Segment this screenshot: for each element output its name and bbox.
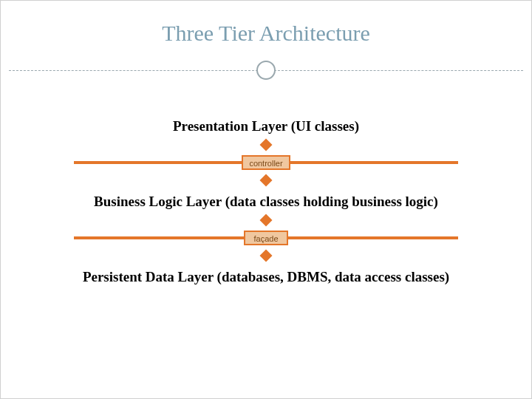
controller-box: controller (242, 155, 290, 170)
separator-controller: controller (74, 139, 458, 186)
title-divider (0, 59, 532, 81)
business-layer-label: Business Logic Layer (data classes holdi… (30, 194, 502, 210)
diagram-content: Presentation Layer (UI classes) controll… (0, 81, 532, 285)
separator-facade: façade (74, 214, 458, 262)
facade-box: façade (244, 231, 288, 245)
diamond-up-icon (260, 214, 273, 227)
diamond-down-icon (260, 174, 273, 187)
diamond-up-icon (260, 139, 273, 151)
divider-circle-icon (256, 61, 276, 80)
slide-container: Three Tier Architecture Presentation Lay… (0, 0, 532, 399)
persistent-layer-label: Persistent Data Layer (databases, DBMS, … (30, 269, 502, 285)
presentation-layer-label: Presentation Layer (UI classes) (30, 118, 502, 134)
diamond-down-icon (260, 250, 273, 262)
slide-title: Three Tier Architecture (0, 21, 532, 46)
